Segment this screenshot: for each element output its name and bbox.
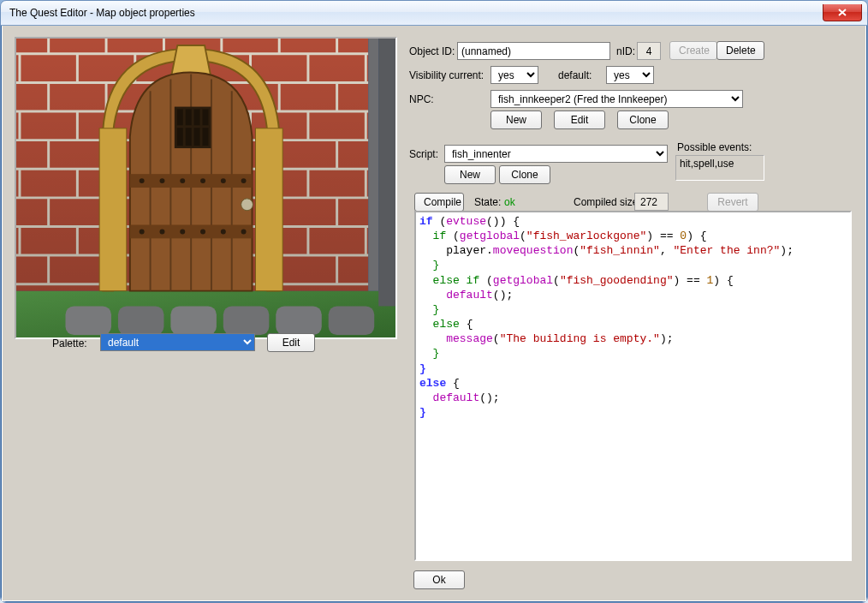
palette-edit-button[interactable]: Edit — [267, 333, 315, 352]
close-icon — [838, 9, 847, 16]
script-label: Script: — [409, 148, 438, 160]
svg-rect-78 — [368, 39, 378, 291]
svg-rect-5 — [170, 306, 217, 335]
script-editor[interactable]: if (evtuse()) { if (getglobal("fish_warl… — [414, 211, 852, 561]
svg-point-95 — [140, 229, 145, 234]
visibility-default-label: default: — [558, 69, 592, 81]
create-button: Create — [669, 41, 717, 60]
svg-point-98 — [200, 229, 205, 234]
svg-point-96 — [159, 229, 164, 234]
state-label: State: — [474, 196, 501, 208]
client-area: Palette: default Edit Object ID: nID: 4 … — [2, 26, 866, 601]
object-id-field[interactable] — [457, 42, 610, 60]
svg-rect-4 — [118, 306, 164, 335]
npc-edit-button[interactable]: Edit — [554, 110, 605, 129]
npc-label: NPC: — [409, 93, 434, 105]
svg-point-106 — [241, 199, 253, 211]
ok-button[interactable]: Ok — [413, 570, 465, 589]
script-new-button[interactable]: New — [444, 165, 496, 184]
map-preview — [15, 37, 397, 339]
svg-rect-88 — [130, 225, 253, 239]
svg-point-94 — [241, 178, 247, 183]
npc-clone-button[interactable]: Clone — [617, 110, 669, 129]
svg-point-91 — [180, 178, 185, 183]
svg-point-99 — [221, 229, 226, 234]
script-select[interactable]: fish_innenter — [444, 145, 668, 163]
svg-point-89 — [140, 178, 145, 183]
npc-new-button[interactable]: New — [490, 110, 542, 129]
nid-label: nID: — [616, 45, 635, 57]
revert-button: Revert — [707, 193, 758, 212]
svg-point-100 — [241, 229, 247, 234]
compile-button[interactable]: Compile — [414, 193, 464, 212]
app-window: The Quest Editor - Map object properties — [0, 0, 868, 603]
svg-point-93 — [221, 178, 226, 183]
object-id-label: Object ID: — [409, 45, 455, 57]
svg-point-97 — [180, 229, 185, 234]
state-value: ok — [504, 196, 515, 208]
npc-select[interactable]: fish_innkeeper2 (Fred the Innkeeper) — [490, 90, 743, 108]
svg-rect-3 — [65, 306, 111, 335]
svg-rect-6 — [223, 306, 270, 335]
svg-rect-80 — [99, 128, 127, 291]
possible-events-label: Possible events: — [677, 141, 752, 153]
visibility-default-select[interactable]: yes — [606, 66, 654, 84]
delete-button[interactable]: Delete — [716, 41, 764, 60]
visibility-current-select[interactable]: yes — [490, 66, 538, 84]
visibility-label: Visibility current: — [409, 69, 484, 81]
svg-point-92 — [200, 178, 205, 183]
nid-value: 4 — [637, 42, 661, 60]
svg-rect-79 — [378, 39, 395, 306]
svg-rect-8 — [329, 306, 375, 335]
possible-events-box: hit,spell,use — [675, 155, 764, 181]
title-bar[interactable]: The Quest Editor - Map object properties — [1, 1, 867, 26]
script-clone-button[interactable]: Clone — [499, 165, 550, 184]
svg-rect-87 — [130, 174, 253, 188]
close-button[interactable] — [823, 4, 862, 21]
svg-rect-81 — [255, 128, 282, 291]
svg-point-90 — [159, 178, 164, 183]
compiled-size-label: Compiled size: — [574, 196, 641, 208]
palette-label: Palette: — [52, 337, 87, 349]
window-title: The Quest Editor - Map object properties — [9, 7, 823, 19]
palette-select[interactable]: default — [100, 333, 255, 351]
svg-rect-7 — [276, 306, 322, 335]
compiled-size-value: 272 — [634, 193, 669, 211]
